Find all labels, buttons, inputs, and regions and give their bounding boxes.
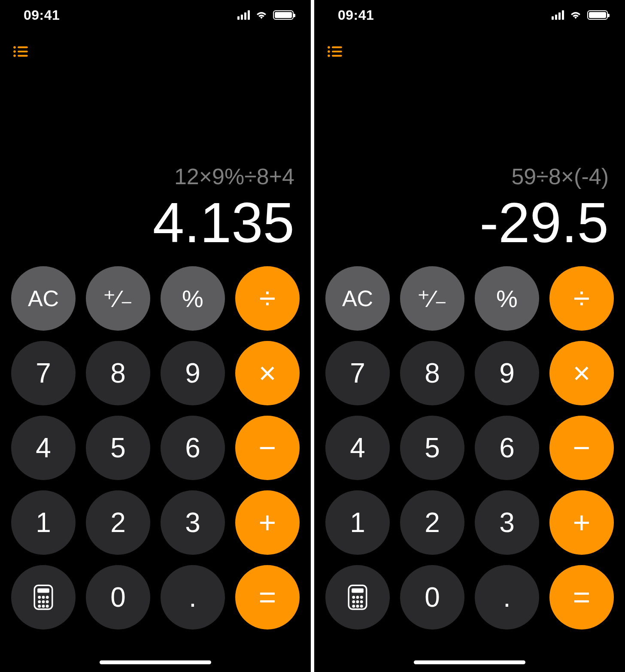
home-indicator[interactable]: [100, 660, 211, 664]
history-button[interactable]: [12, 43, 29, 60]
digit-0-button[interactable]: 0: [400, 565, 464, 629]
digit-1-button[interactable]: 1: [11, 490, 76, 555]
multiply-button[interactable]: ×: [235, 341, 300, 405]
status-time: 09:41: [338, 7, 374, 23]
svg-point-15: [42, 605, 45, 608]
status-indicators: [237, 10, 294, 20]
calculator-icon: [33, 584, 54, 610]
cellular-signal-icon: [552, 10, 564, 20]
digit-6-button[interactable]: 6: [475, 416, 539, 480]
digit-9-button[interactable]: 9: [161, 341, 225, 405]
status-bar: 09:41: [0, 0, 311, 30]
svg-point-16: [46, 605, 49, 608]
svg-point-21: [328, 55, 330, 57]
decimal-button[interactable]: .: [161, 565, 225, 629]
expression-text: 59÷8×(-4): [511, 164, 609, 189]
plus-button[interactable]: +: [549, 490, 614, 555]
battery-icon: [587, 10, 608, 20]
svg-point-11: [38, 600, 41, 603]
display: 12×9%÷8+4 4.135: [0, 77, 311, 260]
svg-point-31: [352, 605, 355, 608]
svg-point-8: [38, 596, 41, 599]
svg-rect-18: [332, 46, 342, 48]
svg-rect-5: [18, 55, 28, 57]
digit-4-button[interactable]: 4: [11, 416, 76, 480]
svg-point-14: [38, 605, 41, 608]
status-indicators: [552, 10, 608, 20]
keypad: AC ⁺∕₋ % ÷ 7 8 9 × 4 5 6 − 1 2 3 +: [0, 266, 311, 629]
svg-point-26: [356, 596, 359, 599]
plus-button[interactable]: +: [235, 490, 300, 555]
keypad: AC ⁺∕₋ % ÷ 7 8 9 × 4 5 6 − 1 2 3 +: [314, 266, 625, 629]
svg-point-25: [352, 596, 355, 599]
equals-button[interactable]: =: [549, 565, 614, 629]
digit-2-button[interactable]: 2: [400, 490, 464, 555]
minus-button[interactable]: −: [549, 416, 614, 480]
svg-point-13: [46, 600, 49, 603]
svg-rect-1: [18, 46, 28, 48]
clear-button[interactable]: AC: [11, 266, 76, 331]
result-text: -29.5: [479, 195, 609, 251]
digit-7-button[interactable]: 7: [325, 341, 390, 405]
divide-button[interactable]: ÷: [549, 266, 614, 331]
equals-button[interactable]: =: [235, 565, 300, 629]
digit-6-button[interactable]: 6: [161, 416, 225, 480]
wifi-icon: [255, 10, 268, 20]
battery-icon: [273, 10, 294, 20]
digit-2-button[interactable]: 2: [86, 490, 150, 555]
clear-button[interactable]: AC: [325, 266, 390, 331]
svg-rect-20: [332, 51, 342, 52]
digit-9-button[interactable]: 9: [475, 341, 539, 405]
multiply-button[interactable]: ×: [549, 341, 614, 405]
svg-point-4: [13, 55, 16, 57]
svg-point-12: [42, 600, 45, 603]
calculator-screen-left: 09:41 12×9%÷8+4 4.135 AC ⁺∕₋ % ÷ 7 8: [0, 0, 311, 672]
digit-8-button[interactable]: 8: [86, 341, 150, 405]
mode-switch-button[interactable]: [11, 565, 76, 629]
digit-3-button[interactable]: 3: [161, 490, 225, 555]
svg-point-28: [352, 600, 355, 603]
wifi-icon: [569, 10, 582, 20]
digit-5-button[interactable]: 5: [400, 416, 464, 480]
svg-rect-7: [37, 588, 49, 593]
percent-button[interactable]: %: [475, 266, 539, 331]
display: 59÷8×(-4) -29.5: [314, 77, 625, 260]
status-time: 09:41: [24, 7, 60, 23]
history-button[interactable]: [326, 43, 343, 60]
digit-0-button[interactable]: 0: [86, 565, 150, 629]
svg-point-2: [13, 50, 16, 53]
mode-switch-button[interactable]: [325, 565, 390, 629]
list-icon: [328, 46, 342, 58]
svg-point-27: [360, 596, 363, 599]
divide-button[interactable]: ÷: [235, 266, 300, 331]
digit-7-button[interactable]: 7: [11, 341, 76, 405]
svg-rect-3: [18, 51, 28, 52]
status-bar: 09:41: [314, 0, 625, 30]
digit-4-button[interactable]: 4: [325, 416, 390, 480]
svg-point-19: [328, 50, 330, 53]
digit-1-button[interactable]: 1: [325, 490, 390, 555]
calculator-icon: [347, 584, 368, 610]
svg-point-29: [356, 600, 359, 603]
decimal-button[interactable]: .: [475, 565, 539, 629]
digit-8-button[interactable]: 8: [400, 341, 464, 405]
sign-toggle-button[interactable]: ⁺∕₋: [86, 266, 150, 331]
svg-point-17: [328, 46, 330, 49]
sign-toggle-button[interactable]: ⁺∕₋: [400, 266, 464, 331]
cellular-signal-icon: [237, 10, 250, 20]
digit-3-button[interactable]: 3: [475, 490, 539, 555]
expression-text: 12×9%÷8+4: [174, 164, 294, 189]
svg-point-0: [13, 46, 16, 49]
minus-button[interactable]: −: [235, 416, 300, 480]
home-indicator[interactable]: [414, 660, 525, 664]
result-text: 4.135: [153, 195, 294, 251]
svg-rect-24: [352, 588, 364, 593]
svg-point-9: [42, 596, 45, 599]
calculator-screen-right: 09:41 59÷8×(-4) -29.5 AC ⁺∕₋ % ÷ 7 8: [314, 0, 625, 672]
svg-point-30: [360, 600, 363, 603]
list-icon: [13, 46, 28, 58]
svg-point-10: [46, 596, 49, 599]
percent-button[interactable]: %: [161, 266, 225, 331]
digit-5-button[interactable]: 5: [86, 416, 150, 480]
svg-point-33: [360, 605, 363, 608]
